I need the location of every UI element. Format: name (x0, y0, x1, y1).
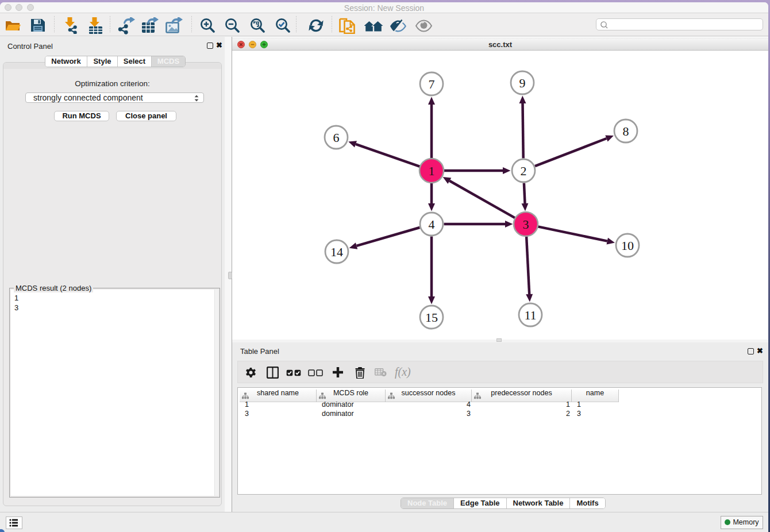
svg-text:11: 11 (524, 308, 536, 322)
svg-text:7: 7 (429, 77, 435, 91)
svg-text:4: 4 (429, 217, 435, 232)
svg-text:3: 3 (523, 217, 529, 232)
svg-text:10: 10 (621, 238, 634, 253)
svg-text:1: 1 (429, 164, 435, 178)
svg-text:8: 8 (623, 124, 629, 138)
svg-text:15: 15 (425, 310, 438, 325)
svg-text:2: 2 (521, 164, 527, 178)
svg-text:9: 9 (519, 76, 526, 90)
svg-text:6: 6 (333, 130, 340, 145)
svg-text:14: 14 (330, 245, 343, 259)
